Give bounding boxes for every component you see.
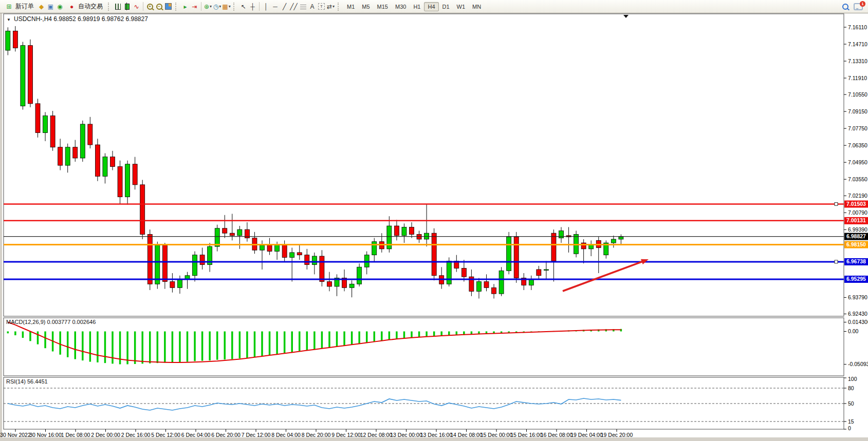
templates-button[interactable]: ▦▾ [222,3,231,11]
signal-radar-icon[interactable]: ◉ [56,3,64,11]
tab-timeframe-m1[interactable]: M1 [343,2,358,11]
svg-text:7 Dec 12:00: 7 Dec 12:00 [242,432,271,438]
toolbar-grip [338,3,341,11]
tab-timeframe-d1[interactable]: D1 [439,2,453,11]
zoom-in-icon[interactable]: + [145,3,154,11]
monitor-icon[interactable]: ▣ [46,3,55,11]
notification-badge: 1 [860,1,865,7]
svg-text:7.04950: 7.04950 [848,159,867,165]
svg-text:6.92430: 6.92430 [848,311,867,317]
svg-text:6.98150: 6.98150 [846,241,866,247]
toolbar-separator [201,2,201,11]
svg-text:8 Dec 20:00: 8 Dec 20:00 [302,432,331,438]
svg-text:7.02190: 7.02190 [848,193,867,199]
svg-text:30 Nov 16:00: 30 Nov 16:00 [29,432,62,438]
svg-text:6.96738: 6.96738 [846,258,866,264]
line-chart-icon[interactable]: ∿ [132,3,141,11]
bar-chart-icon[interactable] [114,3,122,11]
svg-text:6.99390: 6.99390 [848,226,867,233]
candlestick-icon[interactable] [123,3,132,11]
svg-text:7.14710: 7.14710 [848,41,867,47]
crosshair-icon[interactable]: ┼ [248,3,257,11]
svg-text:19 Dec 04:00: 19 Dec 04:00 [570,432,603,438]
svg-text:30 Nov 2022: 30 Nov 2022 [0,432,31,438]
symbol-dropdown-icon[interactable]: ▼ [7,17,11,22]
gold-badge-icon[interactable]: ◆ [37,3,46,11]
tab-timeframe-w1[interactable]: W1 [453,2,469,11]
time-axis[interactable]: 30 Nov 202230 Nov 16:001 Dec 08:002 Dec … [0,429,633,438]
svg-text:13 Dec 00:00: 13 Dec 00:00 [390,432,422,438]
tab-timeframe-mn[interactable]: MN [469,2,485,11]
svg-text:100: 100 [848,376,857,382]
cursor-icon[interactable]: ↖ [239,3,248,11]
tab-timeframe-m15[interactable]: M15 [374,2,392,11]
svg-text:2 Dec 00:00: 2 Dec 00:00 [91,432,120,438]
tile-windows-icon[interactable] [164,3,173,11]
zoom-out-icon[interactable]: − [155,3,163,11]
svg-text:7.06350: 7.06350 [848,142,867,148]
svg-text:16 Dec 08:00: 16 Dec 08:00 [541,432,573,438]
svg-text:6.95295: 6.95295 [846,276,866,282]
indicators-button[interactable]: ⊕▾ [204,3,212,11]
fibonacci-icon[interactable] [299,3,307,11]
auto-scroll-icon[interactable]: ▸ [181,3,190,11]
text-label-icon[interactable]: T [317,3,326,11]
svg-text:1 Dec 08:00: 1 Dec 08:00 [61,432,90,438]
autotrading-button[interactable]: ● 自动交易 [65,1,105,12]
chevron-down-icon: ▾ [219,3,221,11]
svg-text:6.98827: 6.98827 [846,233,866,239]
svg-text:50: 50 [848,400,854,407]
price-axis[interactable]: 7.161107.147107.133107.119107.105507.091… [844,24,867,317]
svg-text:8 Dec 04:00: 8 Dec 04:00 [271,432,301,438]
svg-text:12 Dec 08:00: 12 Dec 08:00 [360,432,393,438]
svg-text:80: 80 [848,385,854,391]
svg-text:6 Dec 20:00: 6 Dec 20:00 [211,432,241,438]
svg-text:15 Dec 00:00: 15 Dec 00:00 [481,432,513,438]
tab-timeframe-m30[interactable]: M30 [392,2,410,11]
vertical-line-icon[interactable]: │ [262,3,270,11]
autotrading-icon: ● [67,3,76,11]
chat-icon[interactable]: 1 [854,3,863,10]
text-icon[interactable]: A [308,3,317,11]
svg-text:7.10550: 7.10550 [848,91,867,98]
svg-text:7.11910: 7.11910 [848,75,867,81]
svg-text:0: 0 [848,425,851,431]
chevron-down-icon: ▾ [229,3,231,11]
horizontal-line-icon[interactable]: ─ [271,3,280,11]
rsi-label: RSI(14) 56.4451 [6,378,48,385]
equidistant-channel-icon[interactable]: ╱╱ [289,3,298,11]
chevron-down-icon: ▾ [210,3,212,11]
new-order-button[interactable]: ⊞ 新订单 [2,1,36,12]
chart-canvas[interactable]: 7.161107.147107.133107.119107.105507.091… [0,0,868,441]
chevron-down-icon: ▾ [333,3,335,11]
svg-text:7.07750: 7.07750 [848,125,867,131]
new-order-label: 新订单 [15,2,34,11]
svg-text:-0.050937: -0.050937 [848,361,868,367]
toolbar-separator [259,2,260,11]
toolbar: ⊞ 新订单 ◆ ▣ ◉ ● 自动交易 ∿ + − ▸ ⇥ ⊕▾ ◷▾ ▦▾ ↖ … [0,0,868,13]
periods-button[interactable]: ◷▾ [213,3,221,11]
autotrading-label: 自动交易 [78,2,103,11]
chart-shift-icon[interactable]: ⇥ [190,3,199,11]
svg-text:5 Dec 12:00: 5 Dec 12:00 [151,432,180,438]
svg-text:0.014306: 0.014306 [848,319,868,325]
svg-text:7.13310: 7.13310 [848,58,867,64]
svg-text:7.00790: 7.00790 [848,209,867,216]
toolbar-separator [143,2,143,11]
chart-window: 7.161107.147107.133107.119107.105507.091… [2,13,868,437]
svg-text:2 Dec 16:00: 2 Dec 16:00 [121,432,151,438]
svg-text:7.03550: 7.03550 [848,176,867,182]
tab-timeframe-m5[interactable]: M5 [358,2,373,11]
macd-panel[interactable] [4,318,844,376]
search-icon[interactable] [841,3,849,11]
svg-text:15: 15 [848,418,854,425]
trendline-icon[interactable]: ╱ [280,3,289,11]
toolbar-grip [108,3,111,11]
tab-timeframe-h4[interactable]: H4 [424,2,438,11]
arrows-tool-icon[interactable]: ⇄▾ [326,3,335,11]
tab-timeframe-h1[interactable]: H1 [410,2,424,11]
svg-text:6 Dec 04:00: 6 Dec 04:00 [181,432,211,438]
svg-text:6.93790: 6.93790 [848,294,867,300]
terminal-window: ⊞ 新订单 ◆ ▣ ◉ ● 自动交易 ∿ + − ▸ ⇥ ⊕▾ ◷▾ ▦▾ ↖ … [0,0,868,441]
svg-text:7.16110: 7.16110 [848,24,867,30]
